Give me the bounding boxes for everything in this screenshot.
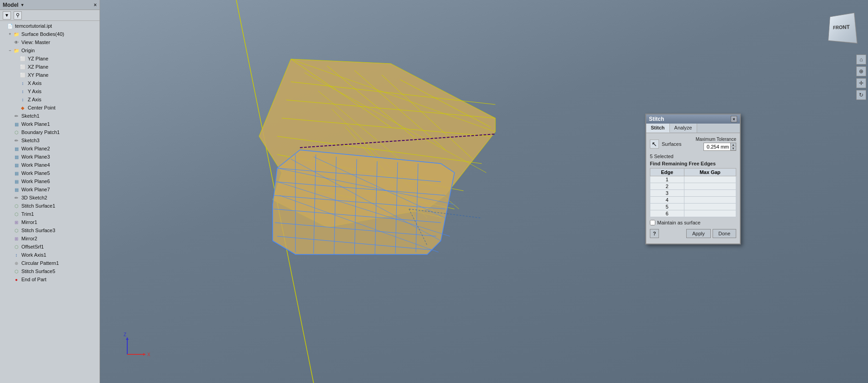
tree-item-3dsketch2[interactable]: ✏3D Sketch2 xyxy=(0,194,100,202)
tree-item-workplane7[interactable]: ▦Work Plane7 xyxy=(0,185,100,194)
tree-item-y-axis[interactable]: ↕Y Axis xyxy=(0,87,100,95)
expand-icon-xz-plane[interactable] xyxy=(14,64,19,70)
expand-icon-temcortutorial[interactable] xyxy=(1,23,6,29)
tree-item-circular-pattern1[interactable]: ⊕Circular Pattern1 xyxy=(0,259,100,267)
tree-item-origin[interactable]: −📁Origin xyxy=(0,46,100,55)
item-icon-sketch1: ✏ xyxy=(13,112,20,119)
expand-icon-3dsketch2[interactable] xyxy=(7,195,13,200)
view-cube[interactable]: FRONT xyxy=(827,14,859,45)
expand-icon-workplane5[interactable] xyxy=(7,170,13,176)
done-button[interactable]: Done xyxy=(713,229,736,238)
nav-zoom-btn[interactable]: ⊕ xyxy=(856,66,866,76)
tree-item-x-axis[interactable]: ↕X Axis xyxy=(0,79,100,87)
expand-icon-workplane7[interactable] xyxy=(7,187,13,192)
tolerance-input[interactable] xyxy=(703,143,731,151)
maintain-checkbox[interactable] xyxy=(650,220,655,225)
expand-icon-offsetsrf1[interactable] xyxy=(7,244,13,249)
tree-item-end-of-part[interactable]: ●End of Part xyxy=(0,275,100,284)
item-label-mirror2: Mirror2 xyxy=(21,236,37,241)
item-icon-z-axis: ↕ xyxy=(19,96,26,103)
expand-icon-stitch-surface5[interactable] xyxy=(7,269,13,274)
stitch-dialog-close-btn[interactable]: × xyxy=(731,116,737,122)
edge-cell-2: 3 xyxy=(650,190,684,197)
expand-icon-workplane2[interactable] xyxy=(7,146,13,151)
expand-icon-sketch3[interactable] xyxy=(7,138,13,143)
item-label-3dsketch2: 3D Sketch2 xyxy=(21,195,47,200)
edge-cell-5: 6 xyxy=(650,210,684,217)
expand-icon-stitch-surface1[interactable] xyxy=(7,203,13,209)
tree-item-sketch1[interactable]: ✏Sketch1 xyxy=(0,112,100,120)
tree-item-mirror1[interactable]: ⊞Mirror1 xyxy=(0,218,100,226)
tree-item-boundary-patch1[interactable]: ⬡Boundary Patch1 xyxy=(0,128,100,136)
model-dropdown-icon[interactable]: ▼ xyxy=(20,3,25,7)
stitch-dialog: Stitch × Stitch Analyze ↖ Surfaces Maxim… xyxy=(645,114,741,244)
tree-item-stitch-surface5[interactable]: ⬡Stitch Surface5 xyxy=(0,267,100,275)
tolerance-spin-up[interactable]: ▲ xyxy=(731,143,736,147)
expand-icon-boundary-patch1[interactable] xyxy=(7,129,13,135)
expand-icon-workaxis1[interactable] xyxy=(7,252,13,258)
item-icon-stitch-surface3: ⬡ xyxy=(13,227,20,234)
tree-item-workplane4[interactable]: ▦Work Plane4 xyxy=(0,161,100,169)
tree-item-temcortutorial[interactable]: 📄temcortutorial.ipt xyxy=(0,22,100,30)
view-cube-box[interactable]: FRONT xyxy=(828,13,858,44)
filter-icon[interactable]: ▼ xyxy=(3,11,11,20)
expand-icon-yz-plane[interactable] xyxy=(14,56,19,61)
expand-icon-sketch1[interactable] xyxy=(7,113,13,119)
tree-item-trim1[interactable]: ⬡Trim1 xyxy=(0,210,100,218)
expand-icon-end-of-part[interactable] xyxy=(7,277,13,282)
nav-pan-btn[interactable]: ✛ xyxy=(856,78,866,88)
tree-item-offsetsrf1[interactable]: ⬡OffsetSrf1 xyxy=(0,243,100,251)
tolerance-spin-down[interactable]: ▼ xyxy=(731,147,736,150)
tree-item-surface-bodies[interactable]: +📁Surface Bodies(40) xyxy=(0,30,100,38)
expand-icon-workplane4[interactable] xyxy=(7,162,13,168)
tree-item-mirror2[interactable]: ⊞Mirror2 xyxy=(0,234,100,243)
nav-orbit-btn[interactable]: ↻ xyxy=(856,90,866,100)
nav-home-btn[interactable]: ⌂ xyxy=(856,55,866,65)
tree-item-workplane2[interactable]: ▦Work Plane2 xyxy=(0,144,100,153)
tree-item-center-point[interactable]: ◆Center Point xyxy=(0,104,100,112)
tree-item-workplane5[interactable]: ▦Work Plane5 xyxy=(0,169,100,177)
expand-icon-view-master[interactable] xyxy=(7,40,13,45)
stitch-dialog-title-text: Stitch xyxy=(649,116,664,122)
tree-item-yz-plane[interactable]: ⬜YZ Plane xyxy=(0,55,100,63)
expand-icon-trim1[interactable] xyxy=(7,211,13,217)
item-icon-workaxis1: ↕ xyxy=(13,251,20,259)
select-cursor-icon[interactable]: ↖ xyxy=(650,139,659,149)
tree-item-stitch-surface1[interactable]: ⬡Stitch Surface1 xyxy=(0,202,100,210)
expand-icon-z-axis[interactable] xyxy=(14,97,19,102)
expand-icon-x-axis[interactable] xyxy=(14,80,19,86)
expand-icon-mirror1[interactable] xyxy=(7,219,13,225)
edge-row-5: 6 xyxy=(650,210,736,217)
tree-item-z-axis[interactable]: ↕Z Axis xyxy=(0,95,100,104)
tolerance-spin[interactable]: ▲ ▼ xyxy=(731,143,736,151)
tree-item-xy-plane[interactable]: ⬜XY Plane xyxy=(0,71,100,79)
expand-icon-circular-pattern1[interactable] xyxy=(7,260,13,266)
tree-item-sketch3[interactable]: ✏Sketch3 xyxy=(0,136,100,144)
expand-icon-stitch-surface3[interactable] xyxy=(7,228,13,233)
expand-icon-center-point[interactable] xyxy=(14,105,19,110)
panel-close-icon[interactable]: × xyxy=(94,2,97,8)
item-label-yz-plane: YZ Plane xyxy=(28,56,48,61)
tab-analyze[interactable]: Analyze xyxy=(670,124,697,133)
tree-item-xz-plane[interactable]: ⬜XZ Plane xyxy=(0,63,100,71)
item-icon-yz-plane: ⬜ xyxy=(19,55,26,62)
expand-icon-surface-bodies[interactable]: + xyxy=(7,31,13,37)
expand-icon-mirror2[interactable] xyxy=(7,236,13,241)
tree-item-workaxis1[interactable]: ↕Work Axis1 xyxy=(0,251,100,259)
tree-item-view-master[interactable]: 👁View: Master xyxy=(0,38,100,46)
expand-icon-xy-plane[interactable] xyxy=(14,72,19,78)
tree-item-stitch-surface3[interactable]: ⬡Stitch Surface3 xyxy=(0,226,100,234)
expand-icon-workplane3[interactable] xyxy=(7,154,13,159)
tree-item-workplane3[interactable]: ▦Work Plane3 xyxy=(0,153,100,161)
expand-icon-workplane6[interactable] xyxy=(7,179,13,184)
tree-item-workplane1[interactable]: ▦Work Plane1 xyxy=(0,120,100,128)
tree-item-workplane6[interactable]: ▦Work Plane6 xyxy=(0,177,100,185)
item-icon-3dsketch2: ✏ xyxy=(13,194,20,201)
expand-icon-origin[interactable]: − xyxy=(7,48,13,53)
find-icon[interactable]: ⚲ xyxy=(14,11,22,20)
expand-icon-workplane1[interactable] xyxy=(7,121,13,127)
help-button[interactable]: ? xyxy=(650,229,659,238)
expand-icon-y-axis[interactable] xyxy=(14,89,19,94)
tab-stitch[interactable]: Stitch xyxy=(646,124,670,133)
apply-button[interactable]: Apply xyxy=(686,229,711,238)
